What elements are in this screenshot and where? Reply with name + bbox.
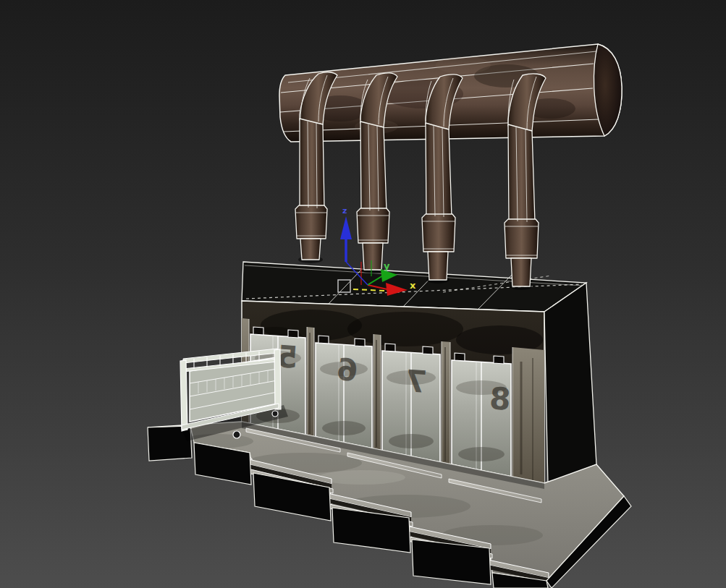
door-4-tab-left <box>455 353 465 361</box>
bay-door-4[interactable]: 8 <box>452 353 512 477</box>
pipe-1-shaft[interactable] <box>300 119 324 208</box>
gizmo-y-label: y <box>384 260 390 271</box>
pipe-1-base[interactable] <box>300 239 321 260</box>
viewport-canvas[interactable]: 5 6 7 <box>0 0 726 588</box>
pipe-2-shaft[interactable] <box>360 122 387 211</box>
door-4-number: 8 <box>489 380 512 417</box>
door-2-tab-left <box>318 336 329 344</box>
door-4-grime <box>458 447 505 461</box>
pipe-3-shaft[interactable] <box>426 123 452 217</box>
bay-door-3[interactable]: 7 <box>382 344 440 462</box>
pipe-3-collar[interactable] <box>422 214 455 252</box>
door-3-grime <box>389 434 434 448</box>
cart-wheel-front <box>233 431 240 438</box>
door-3-tab-left <box>385 344 395 351</box>
gizmo-z-label: z <box>342 206 347 216</box>
gizmo-x-label: x <box>410 280 416 291</box>
door-3-number: 7 <box>405 363 429 400</box>
cart-right-post <box>274 349 281 409</box>
pipe-4-base[interactable] <box>511 258 531 286</box>
pipe-3-base[interactable] <box>428 252 448 280</box>
pipe-1-collar[interactable] <box>295 205 327 239</box>
viewport-3d[interactable]: 5 6 7 <box>0 0 726 588</box>
door-2-grime <box>322 421 366 435</box>
pipe-4-collar[interactable] <box>505 219 539 258</box>
bay-door-2[interactable]: 6 <box>316 336 372 448</box>
pipe-2-base[interactable] <box>363 243 383 270</box>
door-2-number: 6 <box>336 351 360 388</box>
pipe-2-collar[interactable] <box>357 208 389 243</box>
cart-left-post <box>180 360 187 431</box>
door-3-tab-right <box>423 346 433 354</box>
cart-wheel-rear <box>272 411 278 417</box>
door-4-tab-right <box>494 356 504 364</box>
door-1-tab-right <box>288 330 298 338</box>
door-1-tab-left <box>253 327 263 335</box>
pipe-4-shaft[interactable] <box>508 124 535 222</box>
door-2-tab-right <box>355 338 365 346</box>
